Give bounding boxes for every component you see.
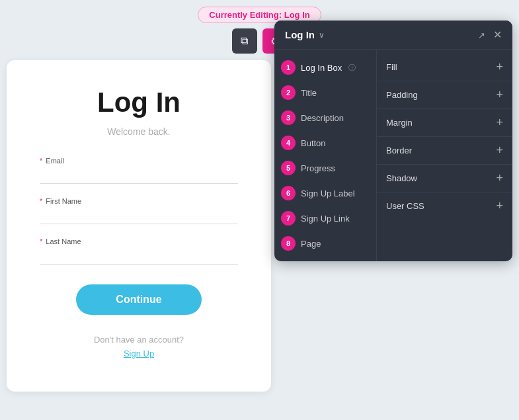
- prop-label: Fill: [386, 62, 397, 72]
- nav-label: Progress: [301, 163, 335, 173]
- add-icon: +: [496, 60, 503, 74]
- editing-value: Log In: [284, 10, 310, 20]
- continue-button[interactable]: Continue: [76, 284, 201, 315]
- add-icon: +: [496, 88, 503, 102]
- first-name-field: * First Name: [40, 197, 238, 224]
- prop-label: Border: [386, 146, 412, 155]
- email-input[interactable]: [40, 167, 238, 184]
- add-icon: +: [496, 199, 503, 213]
- add-icon: +: [496, 144, 503, 157]
- close-icon: ✕: [493, 29, 502, 40]
- prop-label: Padding: [386, 90, 418, 100]
- nav-label: Log In Box: [301, 63, 342, 73]
- panel-title: Log In: [285, 29, 315, 40]
- email-field: * Email: [40, 157, 238, 184]
- nav-label: Description: [301, 113, 344, 123]
- nav-item-sign-up-link[interactable]: 7 Sign Up Link: [274, 206, 376, 231]
- nav-badge: 6: [281, 186, 296, 200]
- nav-item-description[interactable]: 3 Description: [274, 105, 376, 130]
- nav-badge: 5: [281, 161, 296, 175]
- login-card: Log In Welcome back. * Email * First Nam…: [7, 60, 271, 392]
- panel-header: Log In ∨ ↗ ✕: [274, 21, 512, 50]
- nav-item-title[interactable]: 2 Title: [274, 80, 376, 105]
- external-link-button[interactable]: ⧉: [232, 28, 257, 54]
- nav-label: Sign Up Label: [301, 189, 355, 198]
- pin-icon: ↗: [478, 30, 485, 40]
- prop-label: Shadow: [386, 173, 417, 183]
- prop-user-css[interactable]: User CSS +: [377, 192, 512, 220]
- nav-badge: 1: [281, 60, 296, 75]
- nav-label: Page: [301, 239, 321, 249]
- email-label: * Email: [40, 157, 238, 165]
- properties-panel: Log In ∨ ↗ ✕ 1 Log In Box ⓘ 2 Ti: [274, 21, 512, 261]
- prop-fill[interactable]: Fill +: [377, 54, 512, 81]
- nav-badge: 3: [281, 110, 296, 125]
- nav-badge: 7: [281, 211, 296, 226]
- panel-body: 1 Log In Box ⓘ 2 Title 3 Description 4 B…: [274, 50, 512, 261]
- prop-shadow[interactable]: Shadow +: [377, 165, 512, 192]
- prop-label: Margin: [386, 118, 413, 128]
- nav-badge: 4: [281, 136, 296, 150]
- login-subtitle: Welcome back.: [107, 126, 170, 137]
- add-icon: +: [496, 171, 503, 185]
- main-area: Log In Welcome back. * Email * First Nam…: [0, 60, 519, 392]
- panel-props: Fill + Padding + Margin + Border + Shado…: [377, 50, 512, 261]
- first-name-input[interactable]: [40, 208, 238, 224]
- panel-nav: 1 Log In Box ⓘ 2 Title 3 Description 4 B…: [274, 50, 377, 261]
- nav-badge: 2: [281, 85, 296, 100]
- editing-prefix: Currently Editing:: [209, 10, 282, 20]
- signup-prompt: Don't have an account?: [94, 335, 184, 345]
- last-name-field: * Last Name: [40, 237, 238, 265]
- first-name-label: * First Name: [40, 197, 238, 205]
- login-title: Log In: [97, 87, 180, 118]
- last-name-input[interactable]: [40, 248, 238, 265]
- nav-item-page[interactable]: 8 Page: [274, 231, 376, 256]
- pin-button[interactable]: ↗: [478, 29, 485, 41]
- prop-label: User CSS: [386, 201, 424, 211]
- prop-padding[interactable]: Padding +: [377, 81, 512, 109]
- nav-label: Sign Up Link: [301, 214, 350, 224]
- signup-link[interactable]: Sign Up: [124, 349, 154, 358]
- prop-border[interactable]: Border +: [377, 137, 512, 165]
- nav-label: Title: [301, 88, 317, 98]
- add-icon: +: [496, 116, 503, 130]
- nav-item-button[interactable]: 4 Button: [274, 130, 376, 155]
- external-link-icon: ⧉: [241, 35, 248, 47]
- info-icon: ⓘ: [348, 63, 356, 73]
- nav-item-log-in-box[interactable]: 1 Log In Box ⓘ: [274, 55, 376, 80]
- nav-label: Button: [301, 138, 326, 148]
- nav-item-progress[interactable]: 5 Progress: [274, 155, 376, 181]
- nav-item-sign-up-label[interactable]: 6 Sign Up Label: [274, 181, 376, 206]
- last-name-label: * Last Name: [40, 237, 238, 245]
- prop-margin[interactable]: Margin +: [377, 109, 512, 137]
- chevron-down-icon: ∨: [319, 30, 325, 40]
- nav-badge: 8: [281, 236, 296, 251]
- close-button[interactable]: ✕: [493, 28, 502, 41]
